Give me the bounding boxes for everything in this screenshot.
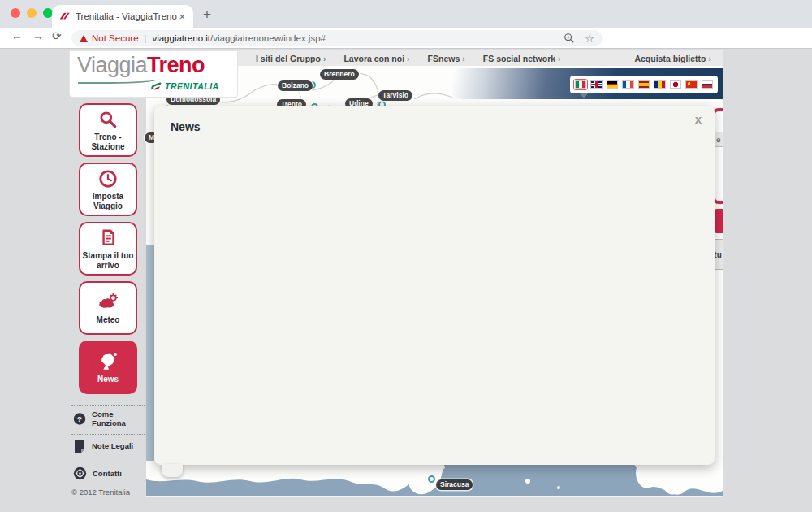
trenitalia-logo-icon bbox=[149, 80, 162, 92]
nav-acquista-biglietto[interactable]: Acquista biglietto› bbox=[634, 54, 711, 63]
sidebar-link-note-legali[interactable]: Note Legali bbox=[73, 439, 146, 453]
nav-siti-del-gruppo[interactable]: I siti del Gruppo› bbox=[256, 54, 326, 63]
url-divider: | bbox=[145, 33, 147, 43]
page-content: Domodossola Bolzano Brennero Trento Udin… bbox=[69, 49, 723, 497]
sidebar-divider bbox=[71, 462, 145, 462]
flag-romania-icon[interactable] bbox=[654, 80, 665, 89]
new-tab-button[interactable]: + bbox=[203, 7, 211, 23]
selected-language-pointer bbox=[580, 93, 588, 98]
sidebar-button-stampa-arrivo[interactable]: Stampa il tuo arrivo bbox=[79, 222, 137, 276]
flag-china-icon[interactable] bbox=[685, 80, 697, 89]
phone-icon bbox=[73, 466, 87, 480]
back-icon[interactable]: ← bbox=[11, 29, 23, 42]
city-label-siracusa: Siracusa bbox=[436, 479, 473, 490]
station-dot[interactable] bbox=[428, 475, 435, 483]
zoom-page-icon[interactable] bbox=[564, 33, 575, 44]
logo-underline bbox=[78, 79, 159, 84]
flag-spain-icon[interactable] bbox=[638, 80, 650, 89]
page-background: Domodossola Bolzano Brennero Trento Udin… bbox=[0, 49, 812, 512]
viaggiatreno-logo: ViaggiaTreno bbox=[77, 53, 205, 78]
not-secure-warning-icon bbox=[80, 35, 88, 42]
city-label-brennero: Brennero bbox=[320, 69, 359, 80]
language-flags bbox=[570, 76, 718, 93]
url-path: /viaggiatrenonew/index.jsp# bbox=[210, 33, 326, 43]
sidebar-link-contatti[interactable]: Contatti bbox=[73, 466, 146, 480]
nav-lavora-con-noi[interactable]: Lavora con noi› bbox=[343, 54, 409, 63]
clock-icon bbox=[97, 168, 119, 189]
sidebar-button-news[interactable]: News bbox=[79, 341, 137, 394]
city-label-bolzano: Bolzano bbox=[278, 80, 313, 91]
traffic-light-minimize[interactable] bbox=[27, 8, 37, 18]
browser-toolbar: ← → ⟳ Not Secure | viaggiatreno.it /viag… bbox=[0, 28, 812, 49]
traffic-light-close[interactable] bbox=[11, 8, 20, 18]
sidebar-divider bbox=[71, 405, 145, 406]
modal-title: News bbox=[171, 120, 201, 133]
flag-france-icon[interactable] bbox=[622, 80, 633, 89]
tab-title: Trenitalia - ViaggiaTreno bbox=[76, 11, 177, 21]
top-navigation: I siti del Gruppo› Lavora con noi› FSnew… bbox=[238, 50, 723, 66]
trenitalia-brand: TRENITALIA bbox=[149, 80, 219, 92]
url-domain: viaggiatreno.it bbox=[152, 33, 210, 43]
flag-russia-icon[interactable] bbox=[702, 80, 713, 89]
browser-tab[interactable]: Trenitalia - ViaggiaTreno × bbox=[52, 5, 193, 28]
city-label-tarvisio: Tarvisio bbox=[378, 90, 412, 101]
not-secure-label[interactable]: Not Secure bbox=[92, 33, 139, 43]
url-bar[interactable]: Not Secure | viaggiatreno.it /viaggiatre… bbox=[71, 30, 603, 46]
print-icon bbox=[97, 228, 119, 249]
news-modal: News x bbox=[154, 106, 715, 465]
copyright-text: © 2012 Trenitalia bbox=[71, 488, 130, 497]
bookmark-star-icon[interactable]: ☆ bbox=[585, 33, 594, 45]
flag-italy-icon[interactable] bbox=[575, 80, 586, 89]
nav-fs-social-network[interactable]: FS social network› bbox=[483, 54, 561, 63]
sidebar-divider bbox=[71, 434, 145, 435]
flag-germany-icon[interactable] bbox=[607, 80, 618, 89]
sidebar-button-meteo[interactable]: Meteo bbox=[79, 281, 137, 335]
tab-close-icon[interactable]: × bbox=[177, 11, 187, 23]
close-icon[interactable]: x bbox=[692, 109, 705, 129]
browser-tab-strip: Trenitalia - ViaggiaTreno × + bbox=[0, 0, 812, 28]
legal-doc-icon bbox=[73, 439, 86, 453]
reload-icon[interactable]: ⟳ bbox=[52, 29, 62, 42]
viaggiatreno-logo-box[interactable]: ViaggiaTreno TRENITALIA bbox=[69, 50, 238, 98]
search-icon bbox=[97, 109, 119, 130]
flag-japan-icon[interactable] bbox=[670, 80, 681, 89]
sidebar-button-imposta-viaggio[interactable]: Imposta Viaggio bbox=[79, 163, 137, 216]
nav-fsnews[interactable]: FSnews› bbox=[428, 54, 465, 63]
sidebar-button-treno-stazione[interactable]: Treno - Stazione bbox=[79, 103, 137, 157]
sidebar-link-come-funziona[interactable]: ? Come Funziona bbox=[73, 410, 146, 428]
trenitalia-favicon bbox=[58, 11, 70, 22]
svg-text:?: ? bbox=[77, 414, 82, 423]
weather-icon bbox=[97, 292, 119, 313]
forward-icon[interactable]: → bbox=[32, 29, 44, 42]
question-icon: ? bbox=[73, 412, 86, 426]
satellite-dish-icon bbox=[97, 350, 119, 372]
flag-uk-icon[interactable] bbox=[590, 80, 602, 89]
language-bar bbox=[452, 68, 723, 99]
modal-handle[interactable] bbox=[162, 464, 183, 477]
